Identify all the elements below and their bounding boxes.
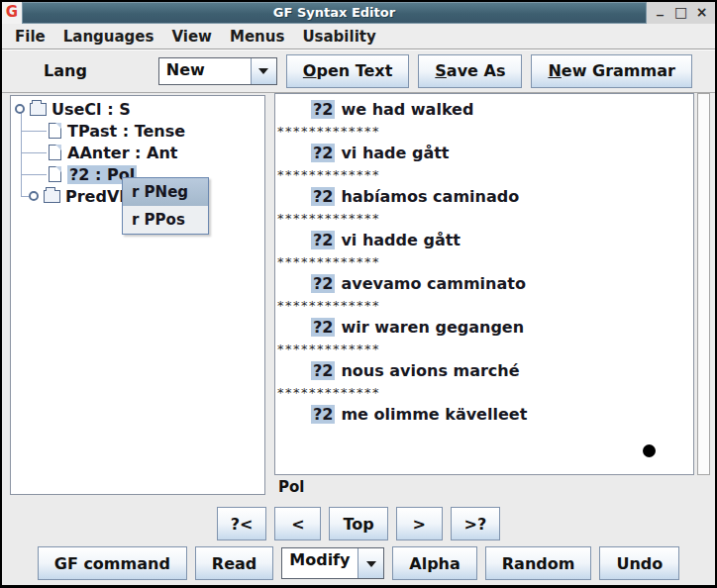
popup-item-ppos[interactable]: r PPos	[123, 206, 208, 234]
close-icon[interactable]: ×	[693, 3, 710, 23]
lang-label: Lang	[44, 61, 87, 80]
popup-item-pneg[interactable]: r PNeg	[123, 178, 208, 206]
first-metavariable-button[interactable]: ?<	[217, 507, 267, 540]
lin-item: ?2habíamos caminado *************	[275, 187, 693, 231]
separator-line: *************	[275, 209, 693, 231]
menu-languages[interactable]: Languages	[54, 26, 163, 48]
lin-sentence: ?2habíamos caminado	[275, 187, 693, 209]
tree-guide-line	[21, 174, 47, 175]
modify-select-arrow[interactable]	[358, 548, 383, 578]
titlebar[interactable]: G GF Syntax Editor _ □ ×	[2, 2, 715, 24]
lin-sentence: ?2we had walked	[275, 100, 693, 122]
lin-sentence: ?2vi hadde gått	[275, 231, 693, 252]
metavariable-token[interactable]: ?2	[311, 405, 335, 424]
metavariable-token[interactable]: ?2	[311, 361, 335, 380]
folder-icon	[44, 190, 60, 203]
lin-sentence: ?2me olimme kävelleet	[275, 405, 693, 427]
linearization-panel[interactable]: ?2we had walked ************* ?2vi hade …	[274, 93, 694, 475]
tree-expander-icon[interactable]	[29, 191, 39, 201]
tree-guide-line	[21, 152, 47, 153]
navigation-row: ?< < Top > >?	[2, 503, 715, 544]
folder-icon	[30, 103, 47, 116]
language-select-value[interactable]: New	[159, 58, 251, 84]
menu-usability[interactable]: Usability	[293, 26, 384, 48]
lin-text[interactable]: nous avions marché	[341, 361, 519, 380]
lin-sentence: ?2wir waren gegangen	[275, 318, 693, 340]
tree-guide-line	[21, 131, 47, 132]
tree-expander-icon[interactable]	[15, 104, 25, 114]
menu-file[interactable]: File	[6, 26, 54, 48]
language-select[interactable]: New	[158, 57, 277, 85]
window-controls: _ □ ×	[647, 2, 715, 24]
tree-node-label[interactable]: AAnter : Ant	[67, 144, 178, 162]
lin-item: ?2nous avions marché *************	[275, 361, 693, 405]
undo-button[interactable]: Undo	[599, 546, 679, 580]
new-grammar-button[interactable]: New Grammar	[531, 54, 691, 88]
last-metavariable-button[interactable]: >?	[451, 507, 501, 540]
lin-item: ?2me olimme kävelleet	[275, 405, 693, 427]
main-area: UseCl : S TPast : Tense AAnter : Ant ?2 …	[2, 93, 715, 503]
separator-line: *************	[275, 340, 693, 361]
lin-text[interactable]: me olimme kävelleet	[341, 405, 527, 424]
lin-text[interactable]: vi hade gått	[341, 144, 449, 162]
metavariable-token[interactable]: ?2	[311, 187, 335, 206]
next-button[interactable]: >	[396, 507, 443, 540]
focus-dot	[643, 444, 656, 457]
separator-line: *************	[275, 122, 693, 144]
prev-button[interactable]: <	[274, 507, 321, 540]
gf-logo-icon: G	[2, 2, 22, 24]
alpha-button[interactable]: Alpha	[392, 546, 477, 580]
modify-select[interactable]: Modify	[281, 547, 384, 579]
lin-text[interactable]: habíamos caminado	[341, 187, 519, 206]
language-select-arrow[interactable]	[251, 58, 276, 84]
open-text-button[interactable]: Open Text	[286, 54, 409, 88]
chevron-down-icon	[366, 561, 376, 572]
metavariable-token[interactable]: ?2	[311, 100, 335, 119]
separator-line: *************	[275, 296, 693, 318]
lin-text[interactable]: wir waren gegangen	[341, 318, 524, 337]
read-button[interactable]: Read	[195, 546, 273, 580]
syntax-tree-panel[interactable]: UseCl : S TPast : Tense AAnter : Ant ?2 …	[10, 95, 265, 495]
tree-node-tpast[interactable]: TPast : Tense	[49, 120, 185, 142]
file-icon	[49, 166, 61, 182]
focused-category-label: Pol	[278, 478, 304, 496]
lin-text[interactable]: avevamo camminato	[341, 274, 525, 293]
save-as-button[interactable]: Save As	[418, 54, 522, 88]
gf-command-button[interactable]: GF command	[38, 546, 187, 580]
minimize-icon[interactable]: _	[652, 3, 668, 23]
lin-text[interactable]: vi hadde gått	[341, 231, 461, 249]
lin-item: ?2vi hade gått *************	[275, 144, 693, 187]
metavariable-token[interactable]: ?2	[311, 274, 335, 293]
lin-sentence: ?2vi hade gått	[275, 144, 693, 165]
tree-node-label[interactable]: UseCl : S	[51, 100, 131, 119]
lin-sentence: ?2avevamo camminato	[275, 274, 693, 296]
top-button[interactable]: Top	[329, 507, 387, 540]
metavariable-token[interactable]: ?2	[311, 318, 335, 337]
tree-node-aanter[interactable]: AAnter : Ant	[49, 142, 178, 163]
vertical-scrollbar[interactable]	[697, 93, 710, 475]
file-icon	[49, 123, 61, 139]
refinement-popup-menu: r PNeg r PPos	[122, 177, 209, 235]
menu-view[interactable]: View	[162, 26, 221, 48]
separator-line: *************	[275, 252, 693, 274]
chevron-down-icon	[258, 68, 268, 79]
lin-item: ?2we had walked *************	[275, 100, 693, 144]
tree-node-predvp[interactable]: PredVP	[29, 185, 131, 207]
menu-menus[interactable]: Menus	[221, 26, 293, 48]
metavariable-token[interactable]: ?2	[311, 231, 335, 249]
separator-line: *************	[275, 383, 693, 405]
tree-node-label[interactable]: TPast : Tense	[67, 122, 185, 141]
tree-guide-line	[21, 196, 29, 197]
tree-node-root[interactable]: UseCl : S	[15, 98, 131, 120]
lin-sentence: ?2nous avions marché	[275, 361, 693, 383]
lin-item: ?2wir waren gegangen *************	[275, 318, 693, 361]
separator-line: *************	[275, 165, 693, 187]
maximize-icon[interactable]: □	[672, 3, 689, 23]
modify-select-value[interactable]: Modify	[282, 548, 358, 578]
lin-item: ?2avevamo camminato *************	[275, 274, 693, 318]
toolbar: Lang New Open Text Save As New Grammar	[2, 49, 715, 93]
lin-item: ?2vi hadde gått *************	[275, 231, 693, 274]
metavariable-token[interactable]: ?2	[311, 144, 335, 162]
lin-text[interactable]: we had walked	[341, 100, 473, 119]
random-button[interactable]: Random	[485, 546, 592, 580]
